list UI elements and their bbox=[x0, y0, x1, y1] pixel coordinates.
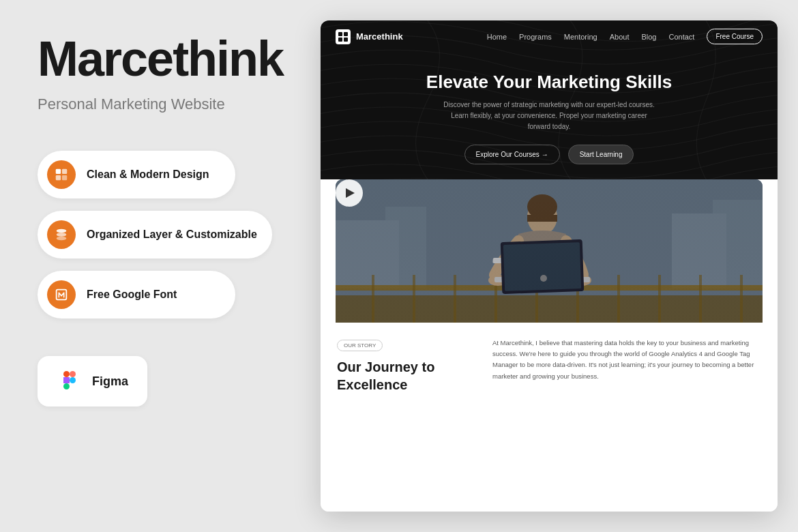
svg-point-6 bbox=[57, 237, 67, 241]
svg-rect-3 bbox=[62, 175, 67, 180]
free-font-label: Free Google Font bbox=[87, 289, 177, 301]
our-story-title: Our Journey to Excellence bbox=[337, 358, 473, 394]
hero-buttons: Explore Our Courses → Start Learning bbox=[348, 145, 750, 164]
svg-rect-10 bbox=[63, 377, 70, 383]
nav-home[interactable]: Home bbox=[487, 33, 507, 41]
svg-point-12 bbox=[70, 377, 76, 383]
hero-title: Elevate Your Marketing Skills bbox=[348, 72, 750, 93]
nav-logo-text: Marcethink bbox=[356, 31, 403, 42]
explore-courses-button[interactable]: Explore Our Courses → bbox=[464, 145, 560, 164]
nav-logo: Marcethink bbox=[336, 29, 403, 44]
nav-programs[interactable]: Programs bbox=[519, 33, 552, 41]
svg-rect-16 bbox=[344, 38, 348, 42]
left-panel: Marcethink Personal Marketing Website Cl… bbox=[0, 0, 314, 532]
our-story-badge: OUR STORY bbox=[337, 340, 383, 351]
bottom-section: OUR STORY Our Journey to Excellence At M… bbox=[321, 323, 778, 512]
svg-rect-15 bbox=[338, 38, 342, 42]
nav-mentoring[interactable]: Mentoring bbox=[564, 33, 597, 41]
svg-rect-13 bbox=[338, 32, 342, 36]
hero-content: Elevate Your Marketing Skills Discover t… bbox=[321, 53, 778, 179]
svg-point-5 bbox=[57, 233, 67, 237]
feature-item-free-font: Free Google Font bbox=[38, 271, 235, 319]
clean-design-icon bbox=[47, 160, 76, 189]
clean-design-label: Clean & Modern Design bbox=[87, 168, 209, 181]
play-button[interactable] bbox=[336, 179, 363, 207]
svg-rect-2 bbox=[56, 175, 61, 180]
organized-layer-icon bbox=[47, 220, 76, 249]
svg-rect-1 bbox=[62, 169, 67, 174]
svg-rect-8 bbox=[63, 371, 70, 377]
svg-rect-9 bbox=[70, 371, 76, 377]
feature-item-clean-design: Clean & Modern Design bbox=[38, 151, 235, 198]
svg-rect-11 bbox=[63, 383, 70, 389]
feature-list: Clean & Modern Design Organized Layer & … bbox=[38, 151, 276, 319]
person-scene bbox=[336, 179, 763, 323]
svg-point-4 bbox=[57, 229, 67, 233]
video-section bbox=[336, 179, 763, 323]
svg-rect-0 bbox=[56, 169, 61, 174]
figma-icon bbox=[57, 368, 83, 394]
brand-title: Marcethink bbox=[38, 34, 276, 83]
hero-description: Discover the power of strategic marketin… bbox=[440, 100, 658, 132]
nav-contact[interactable]: Contact bbox=[669, 33, 695, 41]
organized-layer-label: Organized Layer & Customizable bbox=[87, 228, 257, 241]
our-story-column: OUR STORY Our Journey to Excellence bbox=[337, 338, 473, 497]
our-story-text: At Marcethink, I believe that mastering … bbox=[492, 338, 761, 382]
brand-subtitle: Personal Marketing Website bbox=[38, 95, 276, 113]
hero-section: .wave{fill:none;stroke:#fff;stroke-width… bbox=[321, 20, 778, 179]
svg-rect-7 bbox=[57, 290, 67, 300]
play-icon bbox=[346, 188, 355, 198]
navbar: Marcethink Home Programs Mentoring About… bbox=[321, 20, 778, 53]
svg-rect-14 bbox=[344, 32, 348, 36]
browser-window: .wave{fill:none;stroke:#fff;stroke-width… bbox=[321, 20, 778, 512]
nav-about[interactable]: About bbox=[610, 33, 630, 41]
nav-links: Home Programs Mentoring About Blog Conta… bbox=[487, 29, 763, 44]
feature-item-organized-layer: Organized Layer & Customizable bbox=[38, 211, 272, 258]
figma-label: Figma bbox=[92, 374, 128, 389]
nav-free-course-button[interactable]: Free Course bbox=[707, 29, 763, 44]
right-panel: .wave{fill:none;stroke:#fff;stroke-width… bbox=[314, 0, 798, 532]
video-overlay bbox=[336, 179, 763, 323]
free-font-icon bbox=[47, 280, 76, 309]
our-story-text-col: At Marcethink, I believe that mastering … bbox=[492, 338, 761, 497]
figma-badge: Figma bbox=[38, 356, 147, 407]
nav-blog[interactable]: Blog bbox=[641, 33, 656, 41]
start-learning-button[interactable]: Start Learning bbox=[568, 145, 634, 164]
nav-logo-icon bbox=[336, 29, 351, 44]
